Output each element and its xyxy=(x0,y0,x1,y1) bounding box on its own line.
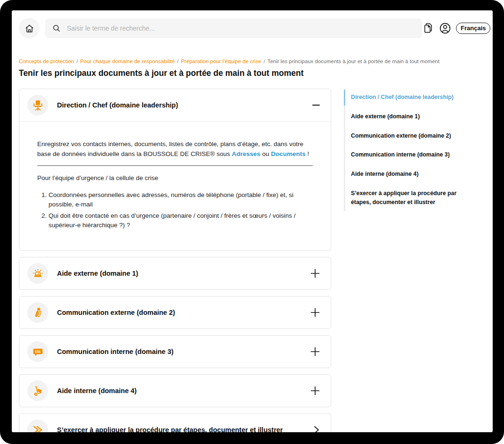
siren-icon xyxy=(27,263,48,284)
toc-sidebar: Direction / Chef (domaine leadership) Ai… xyxy=(344,93,467,211)
accordion-header-leadership[interactable]: Direction / Chef (domaine leadership) xyxy=(19,89,331,121)
plus-icon xyxy=(310,307,320,318)
accordion-label: Aide interne (domaine 4) xyxy=(57,387,137,395)
accordion-label: Direction / Chef (domaine leadership) xyxy=(57,101,178,109)
accordion-label: Aide externe (domaine 1) xyxy=(57,270,138,277)
documents-link[interactable]: Documents xyxy=(271,150,306,157)
breadcrumb: Concepts de protection/Pour chaque domai… xyxy=(19,58,486,65)
plus-icon xyxy=(310,346,320,357)
language-button[interactable]: Français xyxy=(456,23,490,34)
breadcrumb-separator: / xyxy=(74,58,80,64)
accordion-label: Communication externe (domaine 2) xyxy=(57,309,175,316)
topbar: Français xyxy=(12,10,493,46)
content-list: Coordonnées personnelles avec adresses, … xyxy=(37,190,313,230)
breadcrumb-separator: / xyxy=(261,58,268,64)
accordion-card-exercer: S’exercer à appliquer la procédure par é… xyxy=(19,413,331,432)
intro-text: ! xyxy=(306,150,309,157)
breadcrumb-link-1[interactable]: Concepts de protection xyxy=(19,58,74,64)
plus-icon xyxy=(310,386,320,396)
accordion-list: Direction / Chef (domaine leadership) En… xyxy=(19,89,331,432)
toc-item-exercer[interactable]: S’exercer à appliquer la procédure par é… xyxy=(351,189,467,207)
microphone-icon xyxy=(27,302,48,323)
pages-button[interactable] xyxy=(422,22,434,34)
toc-item-leadership[interactable]: Direction / Chef (domaine leadership) xyxy=(351,93,467,102)
app-window: Français Concepts de protection/Pour cha… xyxy=(12,10,493,432)
minus-icon xyxy=(312,101,320,109)
breadcrumb-separator: / xyxy=(175,58,181,64)
accordion-card-comm-interne: Communication interne (domaine 3) xyxy=(19,335,331,368)
toc-item-comm-externe[interactable]: Communication externe (domaine 2) xyxy=(351,132,467,141)
breadcrumb-link-2[interactable]: Pour chaque domaine de responsabilité xyxy=(80,58,175,64)
accordion-body-leadership: Enregistrez vos contacts internes, docum… xyxy=(19,121,331,250)
chevron-right-icon xyxy=(313,425,320,432)
office-chair-icon xyxy=(27,95,48,115)
content-divider xyxy=(37,165,313,166)
home-button[interactable] xyxy=(19,18,40,39)
adresses-link[interactable]: Adresses xyxy=(232,150,260,157)
accordion-header-aide-externe[interactable]: Aide externe (domaine 1) xyxy=(19,257,331,289)
search-input[interactable] xyxy=(66,24,415,33)
search-icon xyxy=(52,24,61,33)
accordion-header-exercer[interactable]: S’exercer à appliquer la procédure par é… xyxy=(19,414,331,432)
intro-text: ou xyxy=(260,150,271,157)
accordion-header-aide-interne[interactable]: Aide interne (domaine 4) xyxy=(19,375,331,407)
topbar-actions: Français xyxy=(422,22,490,35)
toc-item-aide-externe[interactable]: Aide externe (domaine 1) xyxy=(351,112,467,122)
intro-paragraph: Enregistrez vos contacts internes, docum… xyxy=(37,140,313,159)
user-button[interactable] xyxy=(439,22,452,35)
pages-icon xyxy=(422,22,434,34)
list-item: Qui doit être contacté en cas d’urgence … xyxy=(49,211,313,230)
speech-bubble-icon xyxy=(27,341,48,362)
breadcrumb-link-3[interactable]: Préparation pour l’équipe de crise xyxy=(181,58,261,64)
accordion-header-comm-interne[interactable]: Communication interne (domaine 3) xyxy=(19,336,331,368)
breadcrumb-current: Tenir les principaux documents à jour et… xyxy=(268,58,439,64)
accordion-card-leadership: Direction / Chef (domaine leadership) En… xyxy=(19,89,331,251)
accordion-card-aide-interne: Aide interne (domaine 4) xyxy=(19,374,331,407)
accordion-card-aide-externe: Aide externe (domaine 1) xyxy=(19,257,331,290)
toc-item-comm-interne[interactable]: Communication interne (domaine 3) xyxy=(351,150,467,160)
home-icon xyxy=(24,23,35,34)
toc-item-aide-interne[interactable]: Aide interne (domaine 4) xyxy=(351,170,467,179)
main-content: Direction / Chef (domaine leadership) En… xyxy=(19,89,493,432)
search-box xyxy=(45,18,422,38)
accordion-card-comm-externe: Communication externe (domaine 2) xyxy=(19,296,331,329)
content-subheading: Pour l’équipe d’urgence / la cellule de … xyxy=(37,173,313,183)
accordion-label: S’exercer à appliquer la procédure par é… xyxy=(57,426,283,432)
double-chevron-icon xyxy=(27,419,48,432)
user-icon xyxy=(439,22,452,35)
list-item: Coordonnées personnelles avec adresses, … xyxy=(49,190,313,210)
accordion-header-comm-externe[interactable]: Communication externe (domaine 2) xyxy=(19,296,331,329)
screenshot-frame: Français Concepts de protection/Pour cha… xyxy=(0,0,504,444)
accordion-label: Communication interne (domaine 3) xyxy=(57,348,173,355)
plus-icon xyxy=(310,268,320,279)
hand-truck-icon xyxy=(27,380,48,401)
page-title: Tenir les principaux documents à jour et… xyxy=(19,68,486,78)
